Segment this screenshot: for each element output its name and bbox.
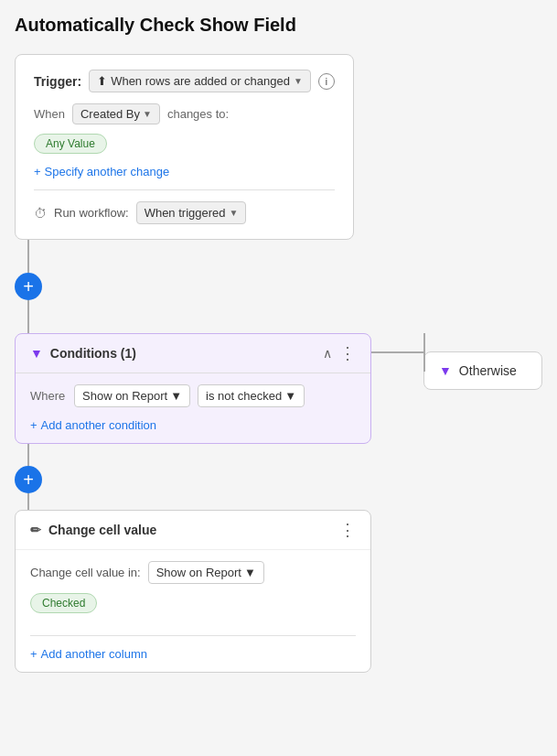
run-when-label: When triggered xyxy=(145,206,226,220)
trigger-divider xyxy=(34,189,335,190)
branch-area: ▼ Conditions (1) ∧ ⋮ Where Show on Repor… xyxy=(15,333,542,444)
condition-field-arrow: ▼ xyxy=(170,389,182,403)
trigger-field-label: Created By xyxy=(80,107,140,121)
run-workflow-label: Run workflow: xyxy=(54,206,129,220)
filter-icon: ▼ xyxy=(30,346,43,361)
conditions-body: Where Show on Report ▼ is not checked ▼ … xyxy=(16,373,370,443)
connector-line-3 xyxy=(27,444,29,466)
condition-operator-select[interactable]: is not checked ▼ xyxy=(198,384,305,407)
change-field-value: Show on Report xyxy=(156,566,241,579)
add-condition-label: Add another condition xyxy=(41,418,156,432)
change-field-label: Change cell value in: xyxy=(30,566,141,579)
add-condition-plus-icon: + xyxy=(30,418,37,432)
condition-row: Where Show on Report ▼ is not checked ▼ xyxy=(30,384,356,407)
condition-operator-label: is not checked xyxy=(206,389,282,403)
page-title: Automatically Check Show Field xyxy=(15,15,542,36)
add-change-label: Specify another change xyxy=(45,165,170,178)
trigger-field-select[interactable]: Created By ▼ xyxy=(72,103,160,124)
condition-operator-arrow: ▼ xyxy=(284,389,296,403)
clock-icon: ⏱ xyxy=(34,206,47,221)
plus-icon: + xyxy=(34,165,41,178)
connector-line-2 xyxy=(27,300,29,333)
condition-field-label: Show on Report xyxy=(82,389,167,403)
connector-line-1 xyxy=(27,240,29,273)
add-column-plus-icon: + xyxy=(30,647,37,661)
change-cell-body: Change cell value in: Show on Report ▼ C… xyxy=(16,550,370,672)
any-value-badge: Any Value xyxy=(34,134,107,154)
info-icon[interactable]: i xyxy=(318,73,335,90)
change-cell-title-text: Change cell value xyxy=(48,523,156,537)
pencil-icon: ✏ xyxy=(30,523,41,537)
collapse-conditions-button[interactable]: ∧ xyxy=(323,346,332,361)
change-field-select[interactable]: Show on Report ▼ xyxy=(148,561,264,584)
trigger-mode-arrow: ▼ xyxy=(294,76,303,86)
add-step-button-1[interactable]: + xyxy=(15,273,42,300)
otherwise-card: ▼ Otherwise xyxy=(423,351,542,390)
rows-icon: ⬆ xyxy=(97,74,107,88)
otherwise-label: Otherwise xyxy=(459,363,517,378)
connector-line-4 xyxy=(27,493,29,510)
flow-container: Trigger: ⬆ When rows are added or change… xyxy=(15,54,542,673)
trigger-card: Trigger: ⬆ When rows are added or change… xyxy=(15,54,354,240)
add-condition-link[interactable]: + Add another condition xyxy=(30,418,356,432)
otherwise-filter-icon: ▼ xyxy=(439,363,452,378)
conditions-card: ▼ Conditions (1) ∧ ⋮ Where Show on Repor… xyxy=(15,333,371,444)
add-column-link[interactable]: + Add another column xyxy=(30,647,356,661)
change-cell-header: ✏ Change cell value ⋮ xyxy=(16,511,370,550)
checked-badge: Checked xyxy=(30,593,97,613)
run-when-arrow: ▼ xyxy=(230,208,239,218)
horizontal-connector xyxy=(371,351,423,353)
changes-to-label: changes to: xyxy=(167,107,229,121)
add-step-button-2[interactable]: + xyxy=(15,466,42,493)
trigger-field-arrow: ▼ xyxy=(143,109,152,119)
specify-another-change-link[interactable]: + Specify another change xyxy=(34,165,335,178)
change-cell-divider xyxy=(30,635,356,636)
change-cell-title: ✏ Change cell value xyxy=(30,523,156,537)
change-cell-more-button[interactable]: ⋮ xyxy=(339,522,356,538)
run-when-select[interactable]: When triggered ▼ xyxy=(136,201,247,224)
condition-field-select[interactable]: Show on Report ▼ xyxy=(74,384,190,407)
change-field-arrow: ▼ xyxy=(244,566,256,579)
conditions-title-text: Conditions (1) xyxy=(50,346,136,361)
conditions-header: ▼ Conditions (1) ∧ ⋮ xyxy=(16,334,370,373)
vertical-connector-otherwise xyxy=(423,333,425,372)
when-label: When xyxy=(34,107,65,121)
conditions-title: ▼ Conditions (1) xyxy=(30,346,136,361)
trigger-mode-label: When rows are added or changed xyxy=(111,74,290,88)
add-column-label: Add another column xyxy=(41,647,147,661)
where-label: Where xyxy=(30,389,67,403)
change-cell-card: ✏ Change cell value ⋮ Change cell value … xyxy=(15,510,371,673)
conditions-more-button[interactable]: ⋮ xyxy=(339,345,356,362)
conditions-header-actions: ∧ ⋮ xyxy=(323,345,356,362)
trigger-label: Trigger: xyxy=(34,74,81,89)
trigger-mode-select[interactable]: ⬆ When rows are added or changed ▼ xyxy=(89,70,311,92)
